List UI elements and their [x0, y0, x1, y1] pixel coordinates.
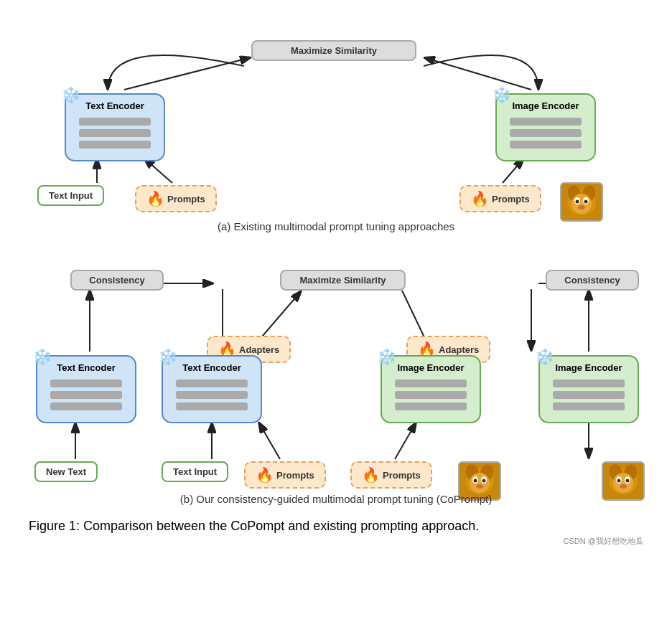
enc-bar-b7: [395, 380, 467, 387]
fire-icon-b4: 🔥: [362, 466, 380, 484]
prompts-2-box: 🔥 Prompts: [350, 461, 432, 489]
prompts-image-box-a: 🔥 Prompts: [459, 185, 541, 212]
text-encoder-label-a: Text Encoder: [85, 100, 144, 111]
enc-bar-a1: [79, 118, 151, 126]
text-input-box-b: Text Input: [162, 461, 228, 482]
snowflake-image-a: ❄️: [492, 86, 511, 105]
svg-line-5: [144, 158, 172, 183]
svg-point-52: [626, 479, 630, 483]
adapters-image-label: Adapters: [439, 344, 479, 355]
maximize-similarity-box-b: Maximize Similarity: [280, 270, 406, 291]
caption-b: (b) Our consistency-guided multimodal pr…: [22, 493, 650, 505]
prompts-1-box: 🔥 Prompts: [244, 461, 326, 489]
image-encoder-label-a: Image Encoder: [512, 100, 579, 111]
enc-bar-b4: [176, 380, 248, 387]
enc-bar-b9: [395, 402, 467, 410]
svg-line-29: [258, 422, 280, 459]
prompts-text-box-a: 🔥 Prompts: [135, 185, 217, 212]
prompts-image-label-a: Prompts: [492, 194, 530, 204]
text-input-label-b: Text Input: [173, 466, 217, 477]
fire-icon-b3: 🔥: [256, 466, 274, 484]
snowflake-b1: ❄️: [32, 348, 52, 367]
enc-bar-a5: [510, 129, 582, 137]
enc-bar-a3: [79, 141, 151, 149]
text-input-box-a: Text Input: [37, 185, 104, 206]
maximize-similarity-label-a: Maximize Similarity: [291, 45, 377, 56]
consistency-left-label: Consistency: [89, 275, 144, 286]
new-text-label: New Text: [46, 466, 86, 477]
snowflake-b4: ❄️: [535, 348, 554, 367]
consistency-right-label: Consistency: [564, 275, 620, 286]
text-input-label-a: Text Input: [49, 190, 93, 201]
snowflake-text-a: ❄️: [61, 86, 80, 105]
diagram-container: Maximize Similarity Text Encoder Image E…: [7, 7, 665, 554]
dog-image-a: [560, 182, 603, 222]
enc-bar-b12: [553, 402, 625, 410]
enc-bar-b11: [553, 391, 625, 399]
maximize-similarity-box-a: Maximize Similarity: [251, 40, 416, 61]
svg-point-14: [576, 200, 579, 204]
text-encoder-1-label: Text Encoder: [57, 362, 115, 373]
adapters-text-label: Adapters: [239, 344, 279, 355]
snowflake-b3: ❄️: [377, 348, 396, 367]
enc-bar-b3: [50, 402, 123, 410]
maximize-similarity-label-b: Maximize Similarity: [300, 275, 386, 286]
fire-icon-a1: 🔥: [146, 190, 164, 207]
image-encoder-2-label: Image Encoder: [555, 362, 622, 373]
fire-icon-a2: 🔥: [471, 190, 489, 207]
prompts-text-label-a: Prompts: [167, 194, 205, 204]
svg-line-30: [395, 422, 416, 459]
svg-line-3: [424, 57, 531, 90]
figure-caption-text: Figure 1: Comparison between the CoPompt…: [29, 519, 479, 533]
enc-bar-a4: [510, 118, 582, 126]
svg-point-16: [578, 205, 585, 209]
enc-bar-a6: [510, 141, 582, 149]
svg-point-48: [613, 473, 633, 493]
svg-point-15: [584, 200, 588, 204]
svg-point-43: [476, 484, 483, 489]
svg-point-11: [571, 194, 592, 214]
svg-line-6: [503, 158, 524, 183]
snowflake-b2: ❄️: [158, 348, 177, 367]
consistency-right-box: Consistency: [546, 270, 639, 291]
text-encoder-2-label: Text Encoder: [182, 362, 241, 373]
enc-bar-b8: [395, 391, 467, 399]
watermark: CSDN @我好想吃地瓜: [22, 536, 650, 547]
enc-bar-b2: [50, 391, 123, 399]
svg-line-2: [124, 57, 251, 90]
consistency-left-box: Consistency: [70, 270, 164, 291]
svg-point-41: [474, 479, 477, 483]
svg-point-38: [470, 473, 490, 493]
part-b: Consistency Maximize Similarity Consiste…: [22, 244, 650, 509]
caption-a: (a) Existing multimodal prompt tuning ap…: [22, 220, 650, 232]
svg-point-51: [617, 479, 621, 483]
figure-caption: Figure 1: Comparison between the CoPompt…: [22, 517, 650, 536]
svg-point-42: [482, 479, 486, 483]
enc-bar-a2: [79, 129, 151, 137]
new-text-box: New Text: [34, 461, 98, 482]
image-encoder-1-label: Image Encoder: [397, 362, 464, 373]
svg-point-53: [620, 484, 627, 489]
enc-bar-b6: [176, 402, 248, 410]
enc-bar-b1: [50, 380, 123, 387]
prompts-2-label: Prompts: [383, 470, 421, 481]
enc-bar-b10: [553, 380, 625, 387]
part-a: Maximize Similarity Text Encoder Image E…: [22, 14, 650, 237]
enc-bar-b5: [176, 391, 248, 399]
prompts-1-label: Prompts: [276, 470, 314, 481]
